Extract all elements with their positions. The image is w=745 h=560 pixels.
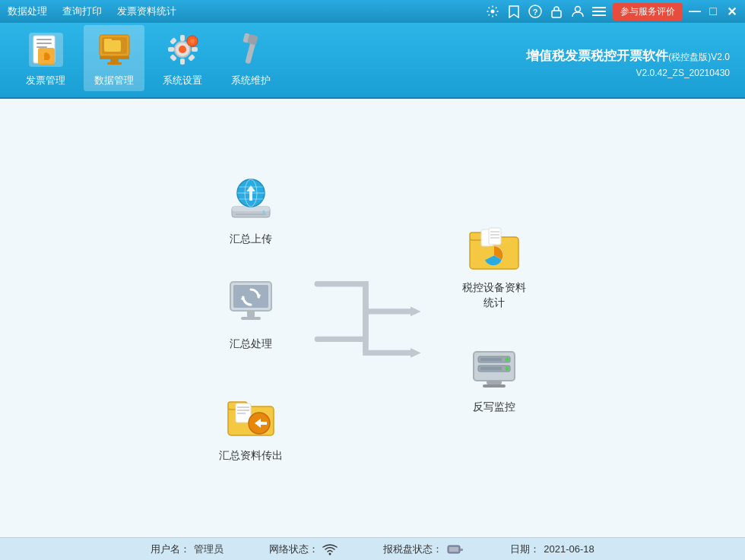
- svg-text:?: ?: [533, 8, 538, 17]
- left-items: 汇总上传: [205, 172, 296, 464]
- svg-rect-23: [180, 35, 185, 41]
- svg-point-0: [491, 10, 495, 14]
- process-icon: [224, 277, 277, 331]
- toolbar-settings-label: 系统设置: [163, 74, 202, 87]
- user-icon[interactable]: [570, 4, 585, 19]
- svg-point-78: [329, 552, 331, 555]
- close-button[interactable]: ✕: [725, 5, 737, 17]
- item-upload[interactable]: 汇总上传: [205, 172, 296, 247]
- svg-rect-12: [36, 46, 47, 48]
- svg-rect-72: [480, 358, 502, 361]
- device-label: 报税盘状态：: [383, 543, 442, 556]
- svg-rect-25: [168, 47, 174, 52]
- svg-point-22: [179, 46, 186, 53]
- titlebar-controls: ? 参与服务评价 — □: [485, 3, 737, 21]
- minimize-button[interactable]: —: [689, 5, 701, 17]
- svg-rect-27: [170, 37, 177, 45]
- item-process[interactable]: 汇总处理: [205, 277, 296, 352]
- toolbar-data[interactable]: 数据管理: [84, 25, 144, 91]
- svg-rect-26: [192, 47, 198, 52]
- titlebar: 数据处理 查询打印 发票资料统计 ?: [0, 0, 745, 23]
- date-value: 2021-06-18: [544, 543, 594, 555]
- svg-rect-11: [36, 43, 52, 44]
- svg-point-32: [190, 39, 195, 43]
- svg-rect-10: [36, 39, 52, 40]
- svg-rect-16: [104, 40, 121, 52]
- toolbar-maintenance[interactable]: 系统维护: [220, 25, 281, 91]
- svg-point-38: [262, 210, 265, 214]
- svg-point-4: [575, 7, 581, 12]
- svg-rect-24: [180, 59, 185, 65]
- bookmark-icon[interactable]: [506, 4, 522, 19]
- menu-invoice-stats[interactable]: 发票资料统计: [117, 5, 176, 18]
- toolbar-data-label: 数据管理: [94, 74, 134, 87]
- menu-icon[interactable]: [591, 4, 607, 19]
- svg-rect-19: [110, 59, 119, 62]
- monitor-icon: [468, 340, 521, 394]
- monitor-label: 反写监控: [473, 400, 515, 415]
- data-icon: [94, 29, 135, 71]
- folder-stats-icon: [468, 221, 521, 274]
- svg-rect-30: [188, 54, 195, 62]
- item-export[interactable]: 汇总资料传出: [205, 389, 296, 464]
- toolbar-settings[interactable]: 系统设置: [152, 25, 213, 91]
- date-label: 日期：: [510, 543, 540, 556]
- svg-rect-76: [487, 381, 502, 384]
- user-value: 管理员: [194, 543, 224, 556]
- item-monitor[interactable]: 反写监控: [449, 340, 540, 415]
- toolbar-invoice[interactable]: 发票管理: [15, 25, 76, 91]
- toolbar-maintenance-label: 系统维护: [231, 74, 271, 87]
- svg-marker-58: [411, 306, 421, 316]
- svg-rect-64: [489, 228, 501, 245]
- status-date: 日期： 2021-06-18: [510, 543, 594, 556]
- settings-toolbar-icon: [162, 29, 204, 71]
- svg-rect-3: [552, 11, 561, 17]
- svg-rect-80: [449, 547, 458, 552]
- status-device: 报税盘状态：: [383, 543, 464, 556]
- svg-rect-17: [104, 39, 112, 42]
- status-user: 用户名： 管理员: [151, 543, 224, 556]
- upload-label: 汇总上传: [230, 232, 272, 247]
- app-version: V2.0.42_ZS_20210430: [526, 66, 730, 81]
- process-label: 汇总处理: [230, 337, 272, 352]
- menu-data-processing[interactable]: 数据处理: [8, 5, 47, 18]
- toolbar: 发票管理 数据管理: [0, 23, 745, 99]
- titlebar-menu: 数据处理 查询打印 发票资料统计: [8, 5, 485, 18]
- header-info: 增值税发票税控开票软件(税控盘版)V2.0 V2.0.42_ZS_2021043…: [526, 46, 730, 81]
- maintenance-icon: [230, 29, 272, 71]
- svg-point-74: [506, 366, 509, 370]
- maximize-button[interactable]: □: [707, 5, 719, 17]
- folder-stats-label: 税控设备资料统计: [462, 280, 526, 310]
- toolbar-invoice-label: 发票管理: [26, 74, 65, 87]
- wifi-icon: [322, 543, 338, 555]
- item-folder-stats[interactable]: 税控设备资料统计: [449, 221, 540, 310]
- svg-marker-59: [411, 348, 421, 358]
- svg-point-71: [506, 357, 509, 361]
- data-flow: 汇总上传: [205, 172, 540, 464]
- upload-icon: [224, 172, 277, 226]
- service-btn[interactable]: 参与服务评价: [613, 3, 683, 21]
- user-label: 用户名：: [151, 543, 190, 556]
- help-icon[interactable]: ?: [528, 4, 543, 19]
- lock-icon[interactable]: [549, 4, 564, 19]
- right-items: 税控设备资料统计: [449, 221, 540, 415]
- svg-rect-29: [170, 54, 177, 62]
- svg-rect-77: [483, 384, 506, 388]
- status-network: 网络状态：: [269, 543, 338, 556]
- svg-rect-49: [241, 317, 261, 320]
- export-icon: [224, 389, 277, 442]
- menu-query-print[interactable]: 查询打印: [62, 5, 102, 18]
- settings-icon[interactable]: [485, 4, 500, 19]
- svg-rect-20: [107, 62, 122, 65]
- export-label: 汇总资料传出: [219, 448, 283, 464]
- invoice-icon: [25, 29, 67, 71]
- svg-rect-81: [460, 549, 463, 551]
- svg-rect-18: [100, 56, 129, 59]
- flow-connector: [296, 242, 449, 394]
- device-icon: [446, 543, 464, 555]
- main-content: 汇总上传: [0, 99, 745, 537]
- app-title: 增值税发票税控开票软件(税控盘版)V2.0: [526, 46, 730, 66]
- svg-rect-48: [247, 311, 255, 317]
- network-label: 网络状态：: [269, 543, 319, 556]
- svg-rect-75: [480, 367, 502, 370]
